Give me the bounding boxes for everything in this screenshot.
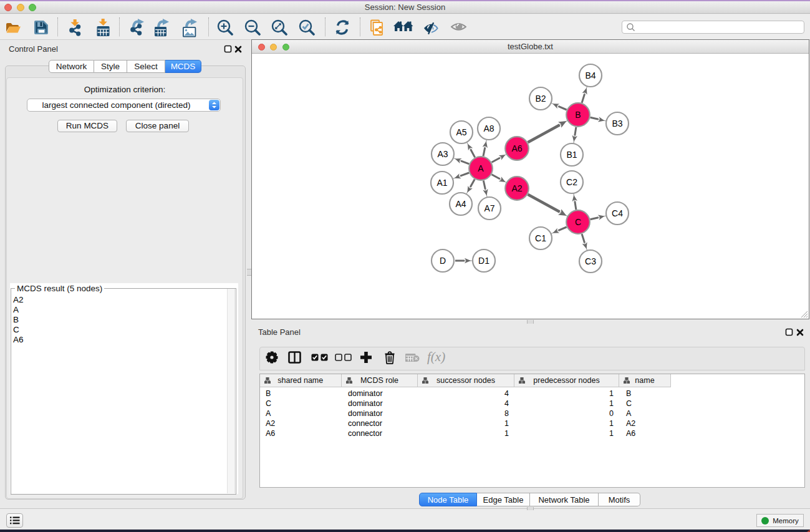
svg-text:C3: C3 [585, 256, 596, 266]
svg-text:A7: A7 [484, 203, 494, 213]
svg-text:C: C [575, 217, 581, 227]
svg-text:A4: A4 [455, 199, 466, 209]
svg-text:B4: B4 [585, 70, 595, 80]
svg-text:A8: A8 [483, 123, 494, 133]
svg-text:A3: A3 [437, 149, 448, 159]
svg-text:C4: C4 [612, 208, 623, 218]
svg-text:A: A [478, 163, 484, 173]
svg-text:C2: C2 [566, 177, 577, 187]
svg-text:A5: A5 [456, 127, 466, 137]
svg-text:B: B [575, 110, 581, 120]
svg-text:D: D [440, 256, 446, 266]
svg-text:A2: A2 [511, 183, 522, 193]
svg-text:B1: B1 [566, 150, 577, 160]
svg-text:B2: B2 [535, 94, 546, 104]
svg-text:B3: B3 [612, 118, 622, 128]
svg-text:A6: A6 [511, 143, 522, 153]
svg-text:C1: C1 [535, 233, 546, 243]
svg-text:A1: A1 [436, 178, 447, 188]
svg-text:D1: D1 [478, 256, 489, 266]
